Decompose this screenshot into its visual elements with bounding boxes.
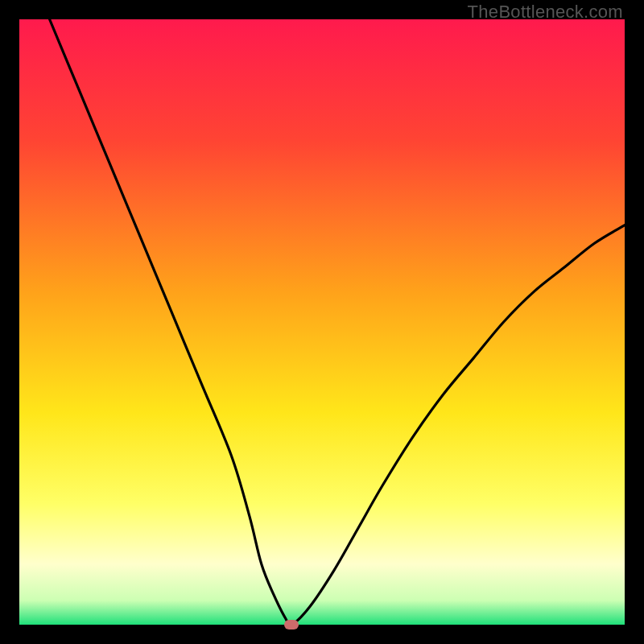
optimal-point-marker: [284, 620, 299, 630]
chart-frame: [19, 19, 625, 625]
chart-background: [19, 19, 625, 625]
bottleneck-chart: [19, 19, 625, 625]
